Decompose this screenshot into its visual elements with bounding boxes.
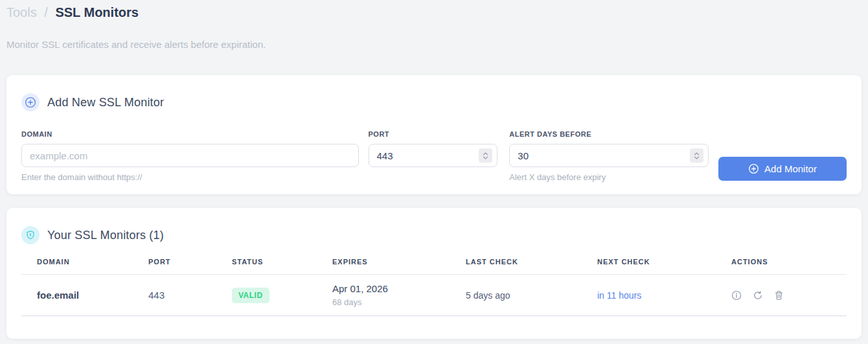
expires-relative: 68 days bbox=[332, 297, 450, 307]
alert-days-input[interactable] bbox=[509, 144, 709, 167]
monitors-card-title: Your SSL Monitors (1) bbox=[47, 229, 164, 242]
ssl-monitors-page: Tools / SSL Monitors Monitor SSL certifi… bbox=[0, 0, 868, 339]
domain-label: DOMAIN bbox=[21, 130, 359, 138]
column-header-next-check: NEXT CHECK bbox=[582, 258, 716, 275]
monitor-status-cell: VALID bbox=[216, 275, 317, 316]
column-header-status: STATUS bbox=[216, 258, 317, 275]
plus-circle-icon bbox=[21, 93, 40, 111]
alert-days-stepper[interactable] bbox=[690, 148, 703, 163]
chevron-down-icon bbox=[483, 156, 488, 159]
column-header-expires: EXPIRES bbox=[317, 258, 450, 275]
port-field-group: PORT bbox=[369, 130, 498, 167]
add-monitor-card: Add New SSL Monitor DOMAIN Enter the dom… bbox=[6, 75, 862, 194]
column-header-port: PORT bbox=[133, 258, 216, 275]
domain-field-group: DOMAIN Enter the domain without https:// bbox=[21, 130, 359, 182]
monitor-next-check: in 11 hours bbox=[582, 275, 716, 316]
info-button[interactable] bbox=[731, 290, 742, 301]
add-monitor-card-title: Add New SSL Monitor bbox=[47, 96, 164, 109]
refresh-button[interactable] bbox=[753, 290, 763, 301]
page-subtitle: Monitor SSL certificates and receive ale… bbox=[6, 39, 862, 50]
column-header-domain: DOMAIN bbox=[21, 258, 133, 275]
monitor-domain: foe.email bbox=[21, 275, 133, 316]
breadcrumb-section[interactable]: Tools bbox=[6, 5, 37, 19]
table-row: foe.email 443 VALID Apr 01, 2026 68 days… bbox=[21, 275, 847, 316]
chevron-up-icon bbox=[483, 152, 488, 155]
expires-date: Apr 01, 2026 bbox=[332, 283, 450, 294]
monitors-table: DOMAIN PORT STATUS EXPIRES LAST CHECK NE… bbox=[21, 258, 847, 316]
plus-circle-icon bbox=[748, 163, 759, 174]
port-label: PORT bbox=[369, 130, 498, 138]
info-icon bbox=[731, 290, 742, 301]
chevron-up-icon bbox=[694, 152, 700, 155]
delete-button[interactable] bbox=[774, 290, 784, 301]
add-monitor-form: DOMAIN Enter the domain without https://… bbox=[21, 130, 847, 182]
monitor-actions-cell bbox=[716, 275, 847, 316]
monitor-expires-cell: Apr 01, 2026 68 days bbox=[317, 275, 450, 316]
status-badge: VALID bbox=[232, 288, 269, 303]
add-monitor-card-header: Add New SSL Monitor bbox=[21, 93, 847, 111]
add-monitor-button-label: Add Monitor bbox=[764, 163, 817, 174]
chevron-down-icon bbox=[694, 156, 700, 159]
page-title: SSL Monitors bbox=[55, 5, 139, 19]
monitor-port: 443 bbox=[133, 275, 216, 316]
alert-days-label: ALERT DAYS BEFORE bbox=[509, 130, 709, 138]
add-monitor-button[interactable]: Add Monitor bbox=[718, 157, 847, 181]
domain-input[interactable] bbox=[21, 144, 359, 167]
column-header-actions: ACTIONS bbox=[716, 258, 847, 275]
monitors-card: Your SSL Monitors (1) DOMAIN PORT STATUS… bbox=[6, 208, 862, 339]
column-header-last-check: LAST CHECK bbox=[450, 258, 582, 275]
table-header-row: DOMAIN PORT STATUS EXPIRES LAST CHECK NE… bbox=[21, 258, 847, 275]
breadcrumb: Tools / SSL Monitors bbox=[6, 0, 862, 20]
domain-helper-text: Enter the domain without https:// bbox=[21, 172, 359, 182]
monitors-card-header: Your SSL Monitors (1) bbox=[21, 226, 847, 244]
alert-days-field-group: ALERT DAYS BEFORE Alert X days before ex… bbox=[509, 130, 709, 182]
monitor-last-check: 5 days ago bbox=[450, 275, 582, 316]
port-stepper[interactable] bbox=[479, 148, 492, 163]
refresh-icon bbox=[753, 290, 763, 301]
trash-icon bbox=[774, 290, 784, 301]
breadcrumb-separator: / bbox=[44, 5, 48, 19]
submit-field-group: Add Monitor bbox=[718, 130, 847, 181]
shield-icon bbox=[21, 226, 40, 244]
alert-days-helper-text: Alert X days before expiry bbox=[509, 172, 709, 182]
